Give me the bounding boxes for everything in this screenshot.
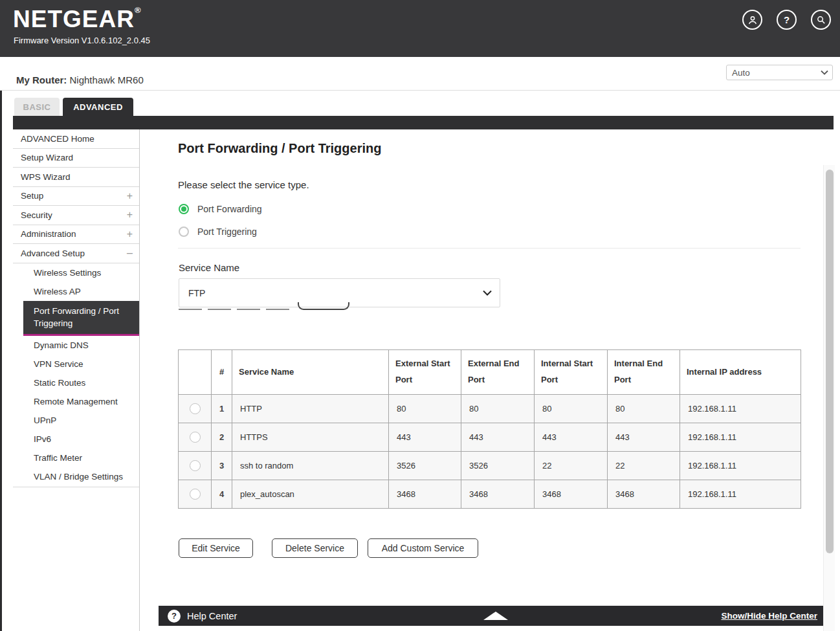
plus-icon[interactable]: +: [127, 190, 133, 202]
ext-end-cell: 3526: [461, 452, 535, 480]
partial-button-outline: [298, 302, 349, 310]
sidebar-subitem-dynamic-dns[interactable]: Dynamic DNS: [13, 336, 139, 355]
row-number: 3: [212, 452, 232, 480]
help-center-bar: ? Help Center Show/Hide Help Center: [159, 606, 833, 626]
sidebar-sublist: Wireless Settings Wireless AP Port Forwa…: [13, 263, 139, 487]
ip-cell: 192.168.1.11: [680, 452, 801, 480]
ext-start-cell: 443: [389, 423, 461, 452]
sidebar-subitem-remote-management[interactable]: Remote Management: [13, 392, 139, 411]
sidebar-item-security[interactable]: Security+: [13, 206, 139, 225]
sidebar-subitem-wireless-settings[interactable]: Wireless Settings: [13, 263, 139, 282]
table-row: 4 plex_autoscan 3468 3468 3468 3468 192.…: [179, 480, 801, 509]
sidebar-item-label: Security: [21, 210, 52, 220]
row-number: 1: [212, 395, 232, 423]
service-name-cell: ssh to random: [232, 452, 389, 480]
service-name-label: Service Name: [179, 262, 239, 273]
sidebar-item-label: Administration: [21, 229, 76, 239]
my-router-text: My Router: Nighthawk MR60: [16, 74, 144, 85]
table-header-row: # Service Name External Start Port Exter…: [179, 350, 801, 395]
tab-bar-strip: [13, 116, 834, 129]
toolbar: My Router: Nighthawk MR60 Auto: [0, 57, 840, 91]
sidebar-item-label: WPS Wizard: [21, 172, 71, 182]
my-router-label: My Router:: [16, 74, 67, 85]
sidebar-subitem-port-forwarding[interactable]: Port Forwarding / Port Triggering: [23, 301, 139, 336]
num-column-header: #: [212, 350, 232, 395]
row-number: 4: [212, 480, 232, 509]
plus-icon[interactable]: +: [127, 228, 133, 240]
sidebar-item-wps-wizard[interactable]: WPS Wizard: [13, 168, 139, 187]
sidebar-subitem-vlan-bridge[interactable]: VLAN / Bridge Settings: [13, 467, 139, 486]
chevron-down-icon: [483, 290, 492, 296]
int-end-cell: 3468: [608, 480, 680, 509]
row-radio[interactable]: [190, 403, 201, 414]
action-buttons: Edit Service Delete Service Add Custom S…: [179, 538, 478, 558]
brand-text: NETGEAR: [13, 6, 135, 32]
sidebar-subitem-traffic-meter[interactable]: Traffic Meter: [13, 448, 139, 467]
netgear-logo: NETGEAR®: [13, 5, 142, 33]
sidebar-item-label: ADVANCED Home: [21, 134, 94, 144]
ip-cell: 192.168.1.11: [680, 480, 801, 509]
radio-unselected-icon[interactable]: [179, 227, 189, 237]
sidebar-item-setup[interactable]: Setup+: [13, 187, 139, 206]
edit-service-button[interactable]: Edit Service: [179, 538, 253, 558]
row-radio[interactable]: [190, 432, 201, 443]
sidebar-item-setup-wizard[interactable]: Setup Wizard: [13, 149, 139, 168]
radio-label: Port Forwarding: [197, 204, 262, 214]
int-start-cell: 443: [535, 423, 608, 452]
my-router-value: Nighthawk MR60: [70, 74, 144, 85]
search-icon[interactable]: [811, 10, 831, 30]
scrollbar-thumb[interactable]: [826, 170, 834, 553]
partial-input-underlines: [179, 309, 289, 310]
table-row: 3 ssh to random 3526 3526 22 22 192.168.…: [179, 452, 801, 480]
delete-service-button[interactable]: Delete Service: [272, 538, 358, 558]
add-custom-service-button[interactable]: Add Custom Service: [368, 538, 478, 558]
service-name-cell: HTTP: [232, 395, 389, 423]
sidebar-subitem-upnp[interactable]: UPnP: [13, 411, 139, 430]
plus-icon[interactable]: +: [127, 209, 133, 221]
collapse-triangle-icon[interactable]: [483, 612, 508, 620]
help-icon[interactable]: ?: [777, 10, 797, 30]
int-start-column-header: Internal Start Port: [535, 350, 608, 395]
row-number: 2: [212, 423, 232, 452]
row-radio[interactable]: [190, 460, 201, 471]
table-row: 2 HTTPS 443 443 443 443 192.168.1.11: [179, 423, 801, 452]
tab-advanced[interactable]: ADVANCED: [63, 98, 133, 116]
sidebar-item-advanced-home[interactable]: ADVANCED Home: [13, 129, 139, 149]
service-name-value: FTP: [188, 288, 205, 298]
sidebar-item-administration[interactable]: Administration+: [13, 225, 139, 245]
tab-basic[interactable]: BASIC: [14, 98, 60, 116]
int-start-cell: 22: [535, 452, 608, 480]
registered-mark: ®: [135, 5, 142, 15]
sidebar-subitem-vpn-service[interactable]: VPN Service: [13, 355, 139, 373]
page-title: Port Forwarding / Port Triggering: [178, 141, 381, 156]
firmware-version: Firmware Version V1.0.6.102_2.0.45: [14, 36, 150, 45]
ext-end-cell: 3468: [461, 480, 535, 509]
ext-end-cell: 80: [461, 395, 535, 423]
show-hide-help-link[interactable]: Show/Hide Help Center: [721, 611, 817, 621]
sidebar-subitem-ipv6[interactable]: IPv6: [13, 430, 139, 448]
ext-end-cell: 443: [461, 423, 535, 452]
ext-start-cell: 80: [389, 395, 461, 423]
sidebar-subitem-static-routes[interactable]: Static Routes: [13, 373, 139, 392]
chevron-down-icon: [821, 70, 828, 75]
window-left-edge: [0, 0, 2, 631]
ip-column-header: Internal IP address: [680, 350, 801, 395]
int-start-cell: 80: [535, 395, 608, 423]
language-select[interactable]: Auto: [726, 65, 833, 80]
sidebar-item-advanced-setup[interactable]: Advanced Setup–: [13, 244, 139, 263]
radio-selected-icon[interactable]: [179, 204, 189, 214]
user-icon[interactable]: [742, 10, 762, 30]
int-end-column-header: Internal End Port: [608, 350, 680, 395]
minus-icon[interactable]: –: [127, 247, 133, 259]
header-icons: ?: [742, 10, 831, 30]
int-end-cell: 443: [608, 423, 680, 452]
port-triggering-radio[interactable]: Port Triggering: [179, 227, 257, 237]
service-name-cell: HTTPS: [232, 423, 389, 452]
port-forwarding-radio[interactable]: Port Forwarding: [179, 204, 262, 214]
radio-column-header: [179, 350, 212, 395]
row-radio[interactable]: [190, 489, 201, 500]
sidebar-item-label: Advanced Setup: [21, 249, 85, 258]
scrollbar-track[interactable]: [823, 165, 835, 631]
language-select-value: Auto: [732, 68, 750, 78]
sidebar-subitem-wireless-ap[interactable]: Wireless AP: [13, 282, 139, 301]
